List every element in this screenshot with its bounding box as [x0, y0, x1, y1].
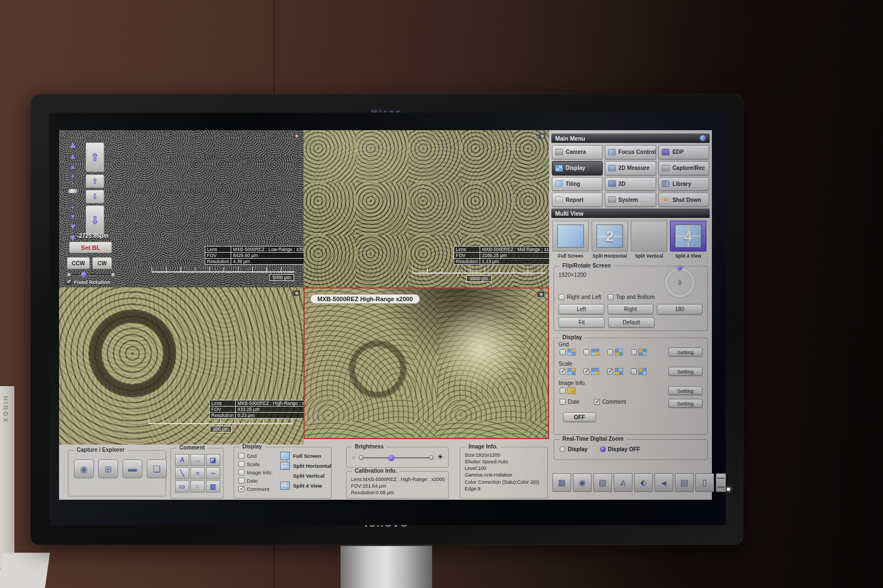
- arrow-comment-icon[interactable]: →: [190, 454, 205, 466]
- date-option[interactable]: Date: [560, 399, 579, 405]
- image-info-setting-button[interactable]: Setting: [668, 386, 703, 395]
- z-down-step-button[interactable]: ⇩: [86, 190, 104, 204]
- split-vertical-option[interactable]: 2 Split Vertical: [280, 472, 332, 480]
- camera-icon[interactable]: [537, 291, 545, 297]
- menu-report-button[interactable]: Report: [552, 193, 603, 207]
- image-info-style-option[interactable]: [560, 387, 576, 394]
- brightness-thumb[interactable]: [388, 455, 395, 461]
- image-info-option[interactable]: Image Info.: [238, 469, 273, 475]
- announce-tool-icon[interactable]: ◄: [655, 473, 673, 492]
- fill-comment-icon[interactable]: ▨: [206, 480, 220, 493]
- grid-style-option[interactable]: [560, 349, 576, 356]
- grid-style-option[interactable]: [631, 349, 647, 356]
- cw-button[interactable]: CW: [92, 257, 112, 269]
- top-bottom-checkbox[interactable]: [608, 294, 614, 300]
- scale-checkbox[interactable]: [238, 461, 244, 467]
- camera-icon[interactable]: [292, 290, 300, 296]
- scale-option[interactable]: Scale: [238, 461, 273, 467]
- full-screen-option[interactable]: Full Screen: [280, 452, 332, 460]
- comment-option[interactable]: Comment: [594, 399, 626, 405]
- viewport-mid-range[interactable]: Lens MXB-5000REZ : Mid-Range : x140 FOV …: [304, 130, 549, 287]
- z-up-step-button[interactable]: ⇧: [86, 174, 104, 188]
- comment-checkbox[interactable]: [594, 399, 600, 405]
- zoom-display-option[interactable]: Display: [560, 446, 588, 452]
- image-info-checkbox[interactable]: [238, 469, 244, 475]
- z-arrow-scale[interactable]: ▲ ▲ ▲ ▲ ▲ ▼ ▼ ▼ ▼ ▼: [67, 141, 79, 242]
- up-arrow-icon[interactable]: ▲: [70, 164, 77, 169]
- set-bl-button[interactable]: Set BL: [69, 242, 112, 253]
- camera-icon[interactable]: [292, 133, 300, 139]
- grid-setting-button[interactable]: Setting: [668, 348, 703, 356]
- circle-comment-icon[interactable]: ○: [190, 480, 205, 493]
- date-option[interactable]: Date: [238, 478, 273, 484]
- menu-focus-control-button[interactable]: Focus Control: [605, 145, 657, 159]
- menu-edp-button[interactable]: EDP: [658, 145, 709, 159]
- camera-icon[interactable]: [538, 133, 546, 139]
- text-comment-icon[interactable]: A: [175, 454, 189, 466]
- grid-style-option[interactable]: [583, 349, 599, 356]
- menu-display-button[interactable]: Display: [552, 161, 603, 175]
- pointer-tool-icon[interactable]: ⬖: [634, 473, 653, 492]
- scale-style-option[interactable]: [607, 368, 623, 375]
- split-4-view-option[interactable]: 4 Split 4 View: [280, 482, 332, 490]
- menu-shutdown-button[interactable]: Shut Down: [658, 193, 709, 207]
- layout-grid-tool-icon[interactable]: [716, 473, 726, 492]
- rotation-slider-thumb[interactable]: [81, 272, 87, 277]
- scale-style-option[interactable]: [583, 368, 599, 375]
- down-arrow-icon[interactable]: ▼: [68, 223, 77, 230]
- record-movie-button[interactable]: ▬: [123, 459, 142, 478]
- split-vertical-option[interactable]: 2 Split Vertical: [631, 221, 667, 259]
- rotation-slider[interactable]: [67, 272, 115, 277]
- scale-style-option[interactable]: [560, 368, 576, 375]
- export-tool-icon[interactable]: ▯: [695, 473, 714, 492]
- display-off-button[interactable]: OFF: [563, 412, 596, 422]
- down-arrow-icon[interactable]: ▼: [70, 214, 77, 219]
- menu-system-button[interactable]: System: [605, 193, 657, 207]
- up-arrow-icon[interactable]: ▲: [71, 181, 75, 184]
- default-button[interactable]: Default: [608, 317, 655, 328]
- up-arrow-icon[interactable]: ▲: [68, 153, 77, 159]
- comment-option[interactable]: Comment: [238, 486, 273, 492]
- split-horizontal-option[interactable]: 2 Split Horizontal: [280, 462, 332, 470]
- z-up-fast-button[interactable]: ⇧: [86, 142, 104, 172]
- fixed-rotation-checkbox[interactable]: [66, 279, 72, 285]
- display-off-radio[interactable]: [600, 446, 606, 452]
- zoom-display-off-option[interactable]: Display OFF: [600, 446, 640, 452]
- z-down-fast-button[interactable]: ⇩: [86, 205, 104, 235]
- up-arrow-icon[interactable]: ▲: [70, 173, 76, 177]
- rotate-left-button[interactable]: Left: [558, 304, 604, 314]
- viewport-high-range-2000-selected[interactable]: MXB-5000REZ High-Range x2000: [304, 287, 549, 439]
- full-screen-option[interactable]: Full Screen: [552, 221, 589, 259]
- up-arrow-icon[interactable]: ▲: [68, 141, 78, 148]
- rotation-dial[interactable]: 0: [665, 268, 695, 297]
- capture-grid-tool-icon[interactable]: ▦: [552, 473, 571, 492]
- fixed-rotation-option[interactable]: Fixed Rotation: [66, 279, 110, 285]
- date-checkbox[interactable]: [238, 478, 244, 484]
- line-comment-icon[interactable]: ╲: [175, 467, 189, 479]
- menu-library-button[interactable]: Library: [658, 177, 709, 191]
- scale-style-option[interactable]: [631, 368, 647, 375]
- grid-style-option[interactable]: [607, 349, 623, 356]
- scale-setting-button[interactable]: Setting: [668, 367, 703, 376]
- fit-button[interactable]: Fit: [558, 317, 605, 328]
- z-slider-thumb[interactable]: [68, 189, 78, 194]
- info-orb-icon[interactable]: [700, 135, 706, 141]
- flip-right-left-option[interactable]: Right and Left: [558, 294, 601, 300]
- grid-checkbox[interactable]: [238, 453, 244, 459]
- right-left-checkbox[interactable]: [558, 294, 565, 300]
- display-radio[interactable]: [560, 446, 566, 452]
- brightness-track[interactable]: [361, 457, 432, 458]
- menu-camera-button[interactable]: Camera: [552, 145, 603, 159]
- viewport-high-range-700[interactable]: Lens MXB-5000REZ : High-Range : x700 FOV…: [59, 287, 304, 445]
- menu-2d-measure-button[interactable]: 2D Measure: [605, 161, 657, 175]
- date-checkbox[interactable]: [560, 399, 566, 405]
- printer-tool-icon[interactable]: ▤: [675, 473, 694, 492]
- comment-checkbox[interactable]: [238, 486, 244, 492]
- down-arrow-icon[interactable]: ▼: [70, 206, 76, 210]
- gallery-tool-icon[interactable]: ▧: [593, 473, 612, 492]
- flip-top-bottom-option[interactable]: Top and Bottom: [608, 294, 655, 300]
- ccw-button[interactable]: CCW: [67, 257, 90, 269]
- date-comment-setting-button[interactable]: Setting: [668, 399, 703, 408]
- split-4-view-option[interactable]: 4 Split 4 View: [670, 221, 706, 259]
- menu-3d-button[interactable]: 3D: [605, 177, 657, 191]
